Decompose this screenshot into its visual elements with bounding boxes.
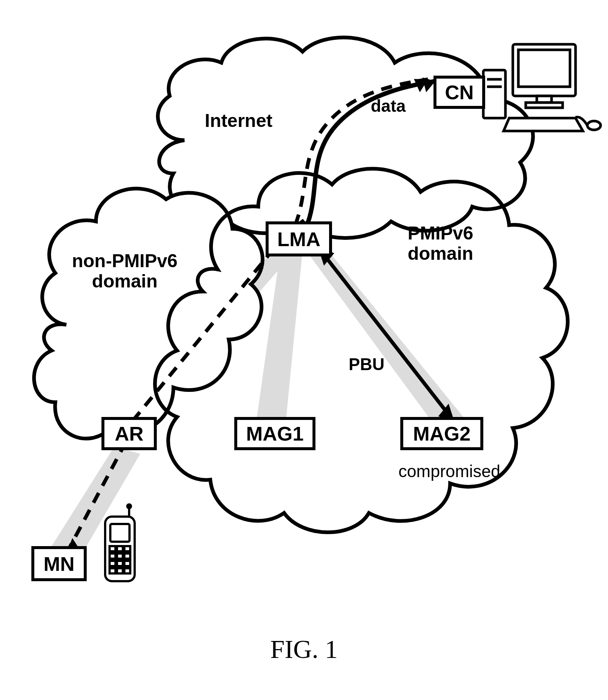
label-compromised: compromised [398,461,500,481]
node-cn: CN [433,76,485,109]
node-mn-label: MN [44,552,75,575]
label-pbu: PBU [349,354,384,374]
label-pmipv6: PMIPv6 domain [408,223,473,264]
svg-line-7 [321,251,452,419]
svg-marker-1 [306,251,465,426]
node-lma-label: LMA [277,228,321,251]
label-non-pmipv6: non-PMIPv6 domain [72,251,177,292]
node-ar-label: AR [115,422,144,445]
node-mag2-label: MAG2 [413,422,470,445]
node-mn: MN [31,546,87,581]
label-internet: Internet [205,111,272,131]
node-lma: LMA [266,221,332,256]
node-cn-label: CN [445,81,474,104]
figure-caption: FIG. 1 [270,635,338,664]
computer-icon [483,44,601,133]
label-data: data [371,96,406,116]
mobile-phone-icon [105,506,138,583]
node-mag1-label: MAG1 [246,422,304,445]
node-ar: AR [101,417,157,450]
node-mag2: MAG2 [400,417,483,450]
node-mag1: MAG1 [234,417,315,450]
